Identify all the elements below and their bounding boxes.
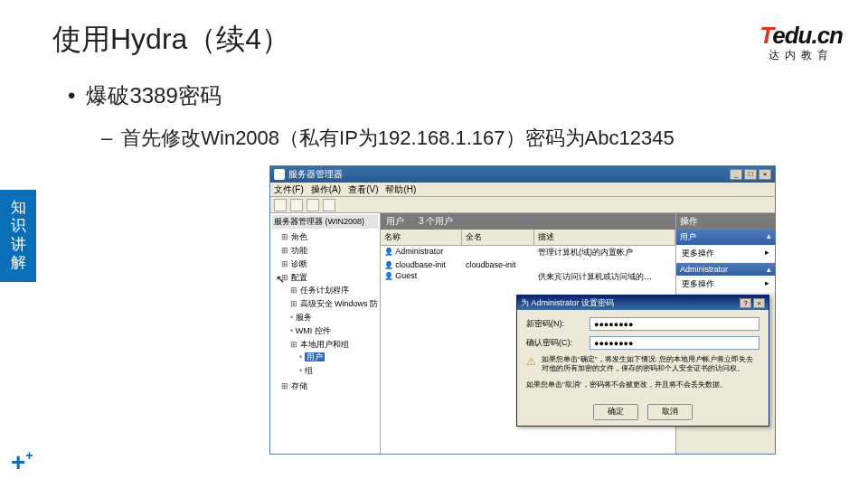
col-desc[interactable]: 描述 <box>534 230 675 245</box>
list-item[interactable]: cloudbase-initcloudbase-init <box>381 259 675 270</box>
center-title: 用户 <box>386 215 404 228</box>
center-count: 3 个用户 <box>419 215 453 228</box>
menu-action[interactable]: 操作(A) <box>311 183 341 196</box>
dialog-title: 为 Administrator 设置密码 <box>521 297 614 309</box>
tree-task-scheduler[interactable]: 任务计划程序 <box>290 284 378 297</box>
dialog-close-button[interactable]: × <box>753 298 765 308</box>
tree-users[interactable]: 用户 <box>299 351 378 364</box>
tree-storage[interactable]: 存储 <box>281 380 378 393</box>
list-item[interactable]: Guest供来宾访问计算机或访问域的… <box>381 270 675 284</box>
warning-icon: ⚠ <box>526 355 536 374</box>
window-title: 服务器管理器 <box>288 168 343 181</box>
tree-firewall[interactable]: 高级安全 Windows 防 <box>290 297 378 311</box>
window-titlebar[interactable]: 服务器管理器 _ □ × <box>270 166 775 183</box>
actions-section-users[interactable]: 用户▴ <box>676 230 775 245</box>
confirm-password-label: 确认密码(C): <box>526 337 590 349</box>
tree-groups[interactable]: 组 <box>299 364 378 378</box>
window-icon <box>274 169 285 180</box>
cursor-icon: ↖ <box>276 273 285 286</box>
chevron-up-icon: ▴ <box>767 231 771 243</box>
center-pane: 用户 3 个用户 名称 全名 描述 Administrator管理计算机(域)的… <box>381 213 675 454</box>
tree-features[interactable]: 功能 <box>281 244 378 258</box>
set-password-dialog: 为 Administrator 设置密码 ? × 新密码(N): 确认密码(C)… <box>516 295 769 427</box>
toolbar-help-icon[interactable] <box>323 199 335 211</box>
toolbar-forward-icon[interactable] <box>290 199 303 211</box>
tree-wmi[interactable]: WMI 控件 <box>290 324 378 338</box>
logo-subtitle: 达内教育 <box>760 48 843 63</box>
tree-services[interactable]: 服务 <box>290 311 378 324</box>
menu-file[interactable]: 文件(F) <box>274 183 304 196</box>
ok-button[interactable]: 确定 <box>593 404 638 420</box>
note-text: 如果您单击"取消"，密码将不会被更改，并且将不会丢失数据。 <box>526 380 760 389</box>
logo-text: edu.cn <box>772 22 843 49</box>
tree-diag[interactable]: 诊断 <box>281 258 378 271</box>
menu-view[interactable]: 查看(V) <box>348 183 378 196</box>
center-header: 用户 3 个用户 <box>381 213 675 230</box>
close-button[interactable]: × <box>759 169 771 180</box>
new-password-input[interactable] <box>590 317 760 331</box>
more-actions-1[interactable]: 更多操作▸ <box>676 245 775 263</box>
col-fullname[interactable]: 全名 <box>462 230 534 245</box>
new-password-label: 新密码(N): <box>526 318 590 330</box>
bullet-level-1: 爆破3389密码 <box>68 81 222 110</box>
toolbar-back-icon[interactable] <box>274 199 287 211</box>
list-item[interactable]: Administrator管理计算机(域)的内置帐户 <box>381 246 675 259</box>
chevron-right-icon: ▸ <box>765 278 769 290</box>
menu-help[interactable]: 帮助(H) <box>385 183 416 196</box>
server-manager-window: 服务器管理器 _ □ × 文件(F) 操作(A) 查看(V) 帮助(H) 服务器… <box>269 165 776 455</box>
cancel-button[interactable]: 取消 <box>647 404 693 420</box>
chevron-up-icon: ▴ <box>767 265 771 274</box>
tree-config[interactable]: 配置 任务计划程序 高级安全 Windows 防 服务 WMI 控件 本地用户和… <box>281 271 378 380</box>
col-name[interactable]: 名称 <box>381 230 462 245</box>
side-tab-knowledge: 知识讲解 <box>0 190 36 282</box>
maximize-button[interactable]: □ <box>744 169 757 180</box>
nav-tree[interactable]: 服务器管理器 (WIN2008) 角色 功能 诊断 配置 任务计划程序 高级安全… <box>270 213 381 454</box>
warning-text: 如果您单击"确定"，将发生如下情况: 您的本地用户帐户将立即失去对他的所有加密的… <box>542 355 760 374</box>
tree-header[interactable]: 服务器管理器 (WIN2008) <box>272 215 378 229</box>
chevron-right-icon: ▸ <box>765 248 769 259</box>
list-header[interactable]: 名称 全名 描述 <box>381 230 675 246</box>
confirm-password-input[interactable] <box>590 336 760 350</box>
tree-local-users-groups[interactable]: 本地用户和组 用户 组 <box>290 338 378 379</box>
actions-header: 操作 <box>676 213 775 230</box>
more-actions-2[interactable]: 更多操作▸ <box>676 276 775 294</box>
toolbar-refresh-icon[interactable] <box>307 199 319 211</box>
logo-letter: T <box>760 22 772 49</box>
brand-logo: Tedu.cn 达内教育 <box>760 22 843 63</box>
tree-roles[interactable]: 角色 <box>281 230 378 244</box>
dialog-help-button[interactable]: ? <box>740 298 751 308</box>
dialog-titlebar[interactable]: 为 Administrator 设置密码 ? × <box>517 296 769 310</box>
tool-bar <box>270 197 775 213</box>
slide-title: 使用Hydra（续4） <box>52 20 290 60</box>
bullet-level-2: 首先修改Win2008（私有IP为192.168.1.167）密码为Abc123… <box>101 125 675 152</box>
menu-bar: 文件(F) 操作(A) 查看(V) 帮助(H) <box>270 183 775 197</box>
actions-section-admin[interactable]: Administrator▴ <box>676 263 775 276</box>
minimize-button[interactable]: _ <box>730 169 742 180</box>
corner-decoration: ++ <box>11 448 33 477</box>
